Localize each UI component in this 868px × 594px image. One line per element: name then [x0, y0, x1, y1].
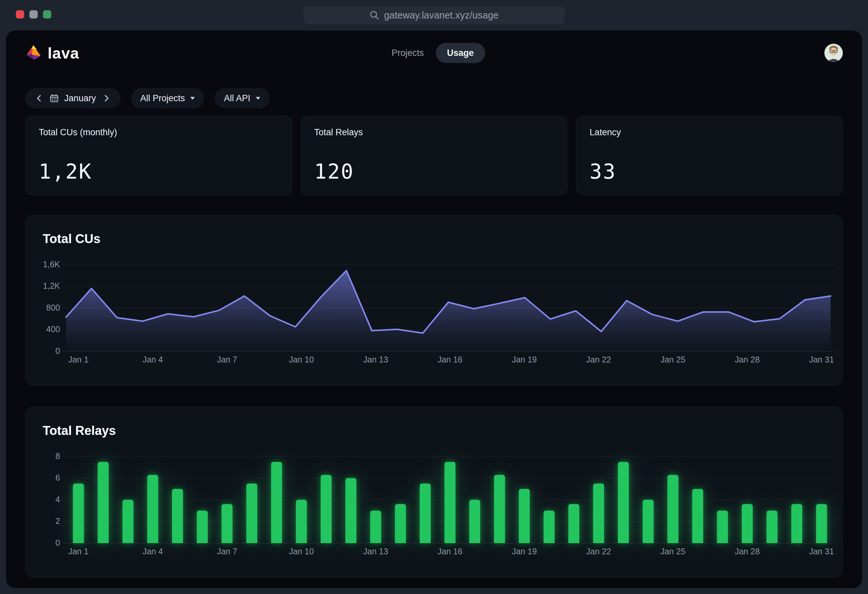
svg-text:Jan 4: Jan 4 [143, 547, 163, 556]
svg-text:Jan 19: Jan 19 [512, 547, 537, 556]
month-selector[interactable]: January [25, 88, 120, 109]
svg-text:Jan 7: Jan 7 [217, 547, 238, 556]
svg-text:Jan 13: Jan 13 [363, 355, 388, 364]
svg-text:Jan 4: Jan 4 [143, 355, 163, 364]
total-cus-area-chart: 04008001,2K1,6KJan 1Jan 4Jan 7Jan 10Jan … [34, 251, 834, 370]
svg-text:Jan 1: Jan 1 [68, 547, 89, 556]
chart-title: Total Relays [43, 424, 834, 438]
svg-text:Jan 10: Jan 10 [289, 355, 314, 364]
stat-value: 120 [314, 159, 554, 184]
total-relays-chart-panel: Total Relays 02468Jan 1Jan 4Jan 7Jan 10J… [25, 407, 843, 578]
svg-text:2: 2 [56, 517, 60, 526]
app-header: lava Projects Usage [25, 39, 843, 67]
stat-card-latency: Latency 33 [576, 116, 843, 195]
svg-text:8: 8 [56, 451, 60, 461]
projects-filter-dropdown[interactable]: All Projects [131, 88, 204, 109]
stat-label: Latency [589, 127, 829, 138]
svg-text:Jan 31: Jan 31 [809, 355, 834, 364]
svg-text:Jan 25: Jan 25 [660, 355, 685, 364]
svg-text:Jan 19: Jan 19 [512, 355, 537, 364]
user-avatar[interactable] [824, 44, 843, 62]
projects-filter-label: All Projects [140, 93, 185, 103]
lava-pyramid-icon [25, 45, 42, 61]
stat-card-total-cus: Total CUs (monthly) 1,2K [25, 116, 292, 195]
minimize-window-button[interactable] [30, 10, 38, 19]
stat-label: Total Relays [314, 127, 554, 138]
calendar-icon [50, 94, 59, 103]
svg-text:Jan 22: Jan 22 [586, 355, 611, 364]
svg-text:Jan 28: Jan 28 [735, 355, 760, 364]
app-panel: lava Projects Usage [6, 30, 862, 588]
stat-cards-row: Total CUs (monthly) 1,2K Total Relays 12… [25, 116, 843, 195]
next-month-button[interactable] [101, 94, 111, 102]
svg-text:0: 0 [56, 538, 60, 547]
api-filter-label: All API [224, 93, 250, 103]
svg-text:1,2K: 1,2K [43, 282, 60, 291]
total-relays-bar-chart: 02468Jan 1Jan 4Jan 7Jan 10Jan 13Jan 16Ja… [34, 442, 834, 562]
search-icon [369, 10, 379, 20]
chart-title: Total CUs [43, 232, 834, 246]
svg-text:6: 6 [56, 473, 60, 482]
zoom-window-button[interactable] [43, 10, 51, 19]
url-text: gateway.lavanet.xyz/usage [384, 10, 499, 21]
svg-text:1,6K: 1,6K [43, 259, 60, 269]
window-controls [16, 10, 51, 19]
chevron-down-icon [190, 97, 195, 100]
svg-text:4: 4 [56, 495, 60, 504]
brand-wordmark: lava [48, 44, 79, 62]
nav-tab-projects[interactable]: Projects [383, 43, 433, 63]
nav-tab-usage[interactable]: Usage [435, 43, 485, 63]
total-cus-chart-panel: Total CUs 04008001,2K1,6KJan 1Jan 4Jan 7… [25, 215, 843, 386]
svg-text:400: 400 [46, 325, 60, 334]
stat-card-total-relays: Total Relays 120 [301, 116, 568, 195]
svg-text:Jan 1: Jan 1 [68, 355, 89, 364]
filter-bar: January All Projects All API [25, 88, 843, 109]
svg-text:Jan 10: Jan 10 [289, 547, 314, 556]
previous-month-button[interactable] [34, 94, 44, 102]
lava-logo[interactable]: lava [25, 44, 79, 62]
api-filter-dropdown[interactable]: All API [215, 88, 270, 109]
svg-text:0: 0 [56, 346, 60, 355]
address-bar[interactable]: gateway.lavanet.xyz/usage [303, 6, 565, 24]
svg-text:Jan 22: Jan 22 [586, 547, 611, 556]
svg-text:Jan 16: Jan 16 [438, 547, 463, 556]
main-nav: Projects Usage [383, 43, 485, 63]
stat-value: 1,2K [39, 159, 279, 184]
svg-text:Jan 7: Jan 7 [217, 355, 238, 364]
chevron-down-icon [256, 97, 260, 100]
svg-text:800: 800 [46, 303, 60, 312]
svg-text:Jan 16: Jan 16 [438, 355, 463, 364]
svg-text:Jan 13: Jan 13 [363, 547, 388, 556]
stat-label: Total CUs (monthly) [39, 127, 279, 138]
stat-value: 33 [589, 159, 829, 184]
month-label: January [64, 93, 96, 103]
svg-text:Jan 28: Jan 28 [735, 547, 760, 556]
svg-text:Jan 31: Jan 31 [809, 547, 834, 556]
browser-titlebar: gateway.lavanet.xyz/usage [0, 0, 868, 30]
svg-text:Jan 25: Jan 25 [660, 547, 685, 556]
close-window-button[interactable] [16, 10, 24, 19]
